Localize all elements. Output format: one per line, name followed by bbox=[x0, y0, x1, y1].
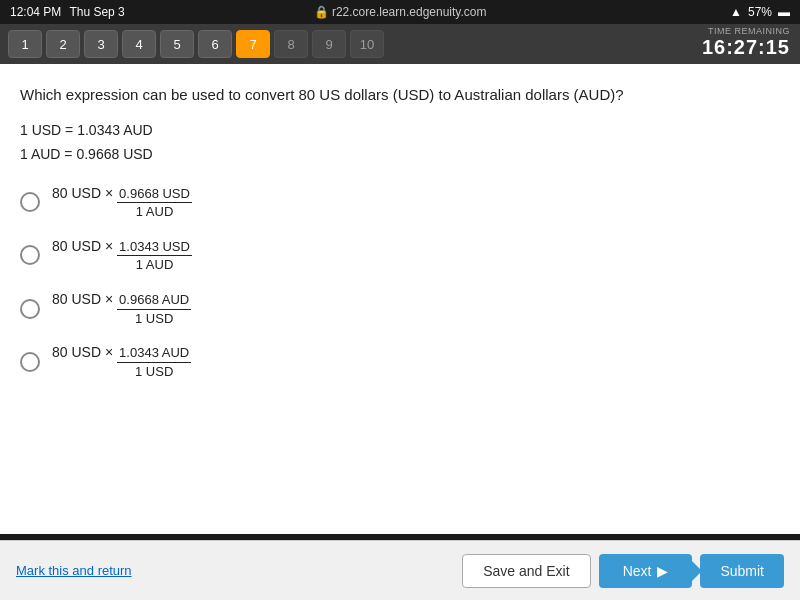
tab-7[interactable]: 7 bbox=[236, 30, 270, 58]
tab-2[interactable]: 2 bbox=[46, 30, 80, 58]
next-button[interactable]: Next ▶ bbox=[599, 554, 693, 588]
radio-d[interactable] bbox=[20, 352, 40, 372]
tab-5[interactable]: 5 bbox=[160, 30, 194, 58]
option-c[interactable]: 80 USD × 0.9668 AUD 1 USD bbox=[20, 291, 780, 326]
option-a-prefix: 80 USD × bbox=[52, 185, 113, 201]
status-right: ▲ 57% ▬ bbox=[730, 5, 790, 19]
tab-9: 9 bbox=[312, 30, 346, 58]
option-b-numerator: 1.0343 USD bbox=[117, 239, 192, 257]
status-left: 12:04 PM Thu Sep 3 bbox=[10, 5, 125, 19]
lock-icon: 🔒 bbox=[314, 5, 329, 19]
option-a-fraction: 0.9668 USD 1 AUD bbox=[117, 186, 192, 220]
battery-display: 57% bbox=[748, 5, 772, 19]
option-b-prefix: 80 USD × bbox=[52, 238, 113, 254]
battery-icon: ▬ bbox=[778, 5, 790, 19]
mark-return-button[interactable]: Mark this and return bbox=[16, 563, 132, 578]
time-display: 12:04 PM bbox=[10, 5, 61, 19]
option-c-content: 80 USD × 0.9668 AUD 1 USD bbox=[52, 291, 191, 326]
option-b[interactable]: 80 USD × 1.0343 USD 1 AUD bbox=[20, 238, 780, 273]
option-a-denominator: 1 AUD bbox=[134, 203, 176, 220]
bottom-buttons: Save and Exit Next ▶ Submit bbox=[462, 554, 784, 588]
status-bar: 12:04 PM Thu Sep 3 🔒 r22.core.learn.edge… bbox=[0, 0, 800, 24]
option-c-numerator: 0.9668 AUD bbox=[117, 292, 191, 310]
option-c-prefix: 80 USD × bbox=[52, 291, 113, 307]
option-d-denominator: 1 USD bbox=[133, 363, 175, 380]
tab-8: 8 bbox=[274, 30, 308, 58]
option-a-content: 80 USD × 0.9668 USD 1 AUD bbox=[52, 185, 192, 220]
option-b-fraction: 1.0343 USD 1 AUD bbox=[117, 239, 192, 273]
next-arrow-icon: ▶ bbox=[657, 563, 668, 579]
option-d-fraction: 1.0343 AUD 1 USD bbox=[117, 345, 191, 379]
option-b-denominator: 1 AUD bbox=[134, 256, 176, 273]
conversion-info: 1 USD = 1.0343 AUD 1 AUD = 0.9668 USD bbox=[20, 119, 780, 167]
date-display: Thu Sep 3 bbox=[69, 5, 124, 19]
option-c-denominator: 1 USD bbox=[133, 310, 175, 327]
conversion-line-1: 1 USD = 1.0343 AUD bbox=[20, 119, 780, 143]
option-d-numerator: 1.0343 AUD bbox=[117, 345, 191, 363]
options-list: 80 USD × 0.9668 USD 1 AUD 80 USD × 1.034… bbox=[20, 185, 780, 380]
save-exit-button[interactable]: Save and Exit bbox=[462, 554, 590, 588]
timer: TIME REMAINING 16:27:15 bbox=[692, 24, 800, 61]
option-a-numerator: 0.9668 USD bbox=[117, 186, 192, 204]
timer-label: TIME REMAINING bbox=[702, 26, 790, 36]
option-b-content: 80 USD × 1.0343 USD 1 AUD bbox=[52, 238, 192, 273]
url-display: 🔒 r22.core.learn.edgenuity.com bbox=[314, 5, 487, 19]
submit-button[interactable]: Submit bbox=[700, 554, 784, 588]
radio-b[interactable] bbox=[20, 245, 40, 265]
radio-c[interactable] bbox=[20, 299, 40, 319]
option-d-content: 80 USD × 1.0343 AUD 1 USD bbox=[52, 344, 191, 379]
timer-value: 16:27:15 bbox=[702, 36, 790, 59]
tab-10: 10 bbox=[350, 30, 384, 58]
radio-a[interactable] bbox=[20, 192, 40, 212]
question-nav-bar: 1 2 3 4 5 6 7 8 9 10 TIME REMAINING 16:2… bbox=[0, 24, 800, 64]
tab-6[interactable]: 6 bbox=[198, 30, 232, 58]
option-c-fraction: 0.9668 AUD 1 USD bbox=[117, 292, 191, 326]
bottom-bar: Mark this and return Save and Exit Next … bbox=[0, 540, 800, 600]
option-a[interactable]: 80 USD × 0.9668 USD 1 AUD bbox=[20, 185, 780, 220]
conversion-line-2: 1 AUD = 0.9668 USD bbox=[20, 143, 780, 167]
tab-4[interactable]: 4 bbox=[122, 30, 156, 58]
tab-3[interactable]: 3 bbox=[84, 30, 118, 58]
wifi-icon: ▲ bbox=[730, 5, 742, 19]
option-d[interactable]: 80 USD × 1.0343 AUD 1 USD bbox=[20, 344, 780, 379]
question-text: Which expression can be used to convert … bbox=[20, 84, 780, 105]
main-content: Which expression can be used to convert … bbox=[0, 64, 800, 534]
tab-1[interactable]: 1 bbox=[8, 30, 42, 58]
option-d-prefix: 80 USD × bbox=[52, 344, 113, 360]
